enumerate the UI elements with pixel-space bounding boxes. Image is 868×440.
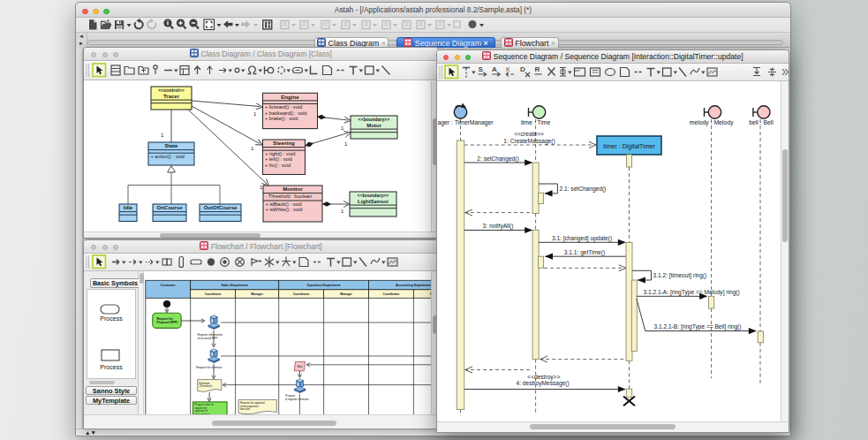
svg-text:time : Time: time : Time <box>521 119 550 125</box>
svg-text:Tracer: Tracer <box>163 94 180 99</box>
svg-text:& register estimate: & register estimate <box>285 398 309 401</box>
svg-text:bell : Bell: bell : Bell <box>749 119 774 125</box>
svg-text:1: 1 <box>251 146 254 151</box>
svg-text:LightSensor: LightSensor <box>358 199 389 204</box>
svg-text:decision: decision <box>240 407 250 411</box>
svg-text:Request for estimate: Request for estimate <box>196 366 223 369</box>
svg-text:3.1.2.1-B: [ringType == Bell]: 3.1.2.1-B: [ringType == Bell] ring() <box>654 323 742 330</box>
svg-text:3.1.1: getTime(): 3.1.1: getTime() <box>564 249 605 256</box>
svg-text:OnCourse: OnCourse <box>156 205 183 210</box>
svg-text:4: destroyMessage(): 4: destroyMessage() <box>517 380 570 387</box>
svg-text:S: S <box>479 65 484 73</box>
svg-text:Motor: Motor <box>366 123 381 128</box>
svg-text:1: 1 <box>341 209 344 214</box>
svg-text:Manager: Manager <box>340 292 352 296</box>
svg-text:(Tentative): (Tentative) <box>200 384 212 388</box>
svg-text:Process: Process <box>100 364 123 370</box>
svg-text:ager : TimerManager: ager : TimerManager <box>438 119 494 126</box>
svg-text:Request for: Request for <box>157 317 174 321</box>
svg-text:Engine: Engine <box>281 94 299 100</box>
svg-text:K: K <box>506 66 510 72</box>
svg-text:- Threshold : boolean: - Threshold : boolean <box>266 193 313 199</box>
svg-text:2: setChanged(): 2: setChanged() <box>477 156 518 163</box>
svg-text:melody : Melody: melody : Melody <box>690 119 734 126</box>
svg-text:1: 1 <box>161 133 164 138</box>
svg-text:<<boundary>>: <<boundary>> <box>358 193 389 198</box>
svg-text:of received RFP: of received RFP <box>198 337 218 340</box>
svg-text:3.1: [changed] update(): 3.1: [changed] update() <box>552 235 612 242</box>
svg-text:Coordinator: Coordinator <box>383 292 401 296</box>
svg-text:Coordinator: Coordinator <box>293 292 311 296</box>
svg-text:3.1.2.1-A: [ringType == Melody: 3.1.2.1-A: [ringType == Melody] ring() <box>644 289 740 296</box>
svg-text:Sales Department: Sales Department <box>222 284 249 287</box>
svg-text:<<boundary>>: <<boundary>> <box>359 117 390 122</box>
svg-text:1: 1 <box>260 185 263 190</box>
svg-text:1: 1 <box>344 141 348 147</box>
svg-text:Manager: Manager <box>251 292 263 296</box>
svg-text:A: A <box>492 65 497 73</box>
svg-text:Accounting Department: Accounting Department <box>396 284 432 287</box>
svg-text:+ forward() : void: + forward() : void <box>265 104 302 110</box>
svg-text:Proposal (RFP): Proposal (RFP) <box>157 321 178 324</box>
svg-text:OutOfCourse: OutOfCourse <box>204 205 238 210</box>
svg-text:1: 1 <box>253 111 257 117</box>
svg-text:Monitor: Monitor <box>283 186 303 192</box>
svg-text:timer : DigitalTimer: timer : DigitalTimer <box>603 143 655 150</box>
svg-text:Coordinator: Coordinator <box>205 292 223 296</box>
svg-text:+ action() : void: + action() : void <box>151 154 185 159</box>
svg-text:1: CreateMassage(): 1: CreateMassage() <box>503 138 555 145</box>
svg-text:Customer: Customer <box>161 284 176 287</box>
svg-text:<<control>>: <<control>> <box>158 87 185 93</box>
svg-text:Mail: Mail <box>298 365 303 368</box>
svg-text:+ isWhite() : void: + isWhite() : void <box>266 207 303 212</box>
svg-text:3: notifyAll(): 3: notifyAll() <box>483 223 514 230</box>
svg-text:Operation Department: Operation Department <box>307 284 342 287</box>
svg-text:2.1: setChanged(): 2.1: setChanged() <box>560 186 607 193</box>
svg-text:R: R <box>535 65 540 73</box>
svg-text:Process: Process <box>100 315 123 322</box>
svg-text:1: 1 <box>341 125 344 131</box>
svg-text:State: State <box>164 142 178 148</box>
svg-text:<<create>>: <<create>> <box>514 131 544 137</box>
svg-text:+ backward() : void: + backward() : void <box>265 110 306 116</box>
svg-text:+ fix() : void: + fix() : void <box>265 163 291 168</box>
svg-text:Idle: Idle <box>124 205 133 210</box>
svg-text:+ brake() : void: + brake() : void <box>265 116 298 121</box>
svg-text:+ isBlack() : void: + isBlack() : void <box>266 201 302 207</box>
svg-text:Steering: Steering <box>273 140 295 146</box>
svg-text:+ left() : void: + left() : void <box>265 156 292 162</box>
svg-text:D: D <box>520 65 525 73</box>
svg-text:+ right() : void: + right() : void <box>265 151 295 156</box>
svg-text:3.1.2: [timeout] ring(): 3.1.2: [timeout] ring() <box>653 272 707 279</box>
